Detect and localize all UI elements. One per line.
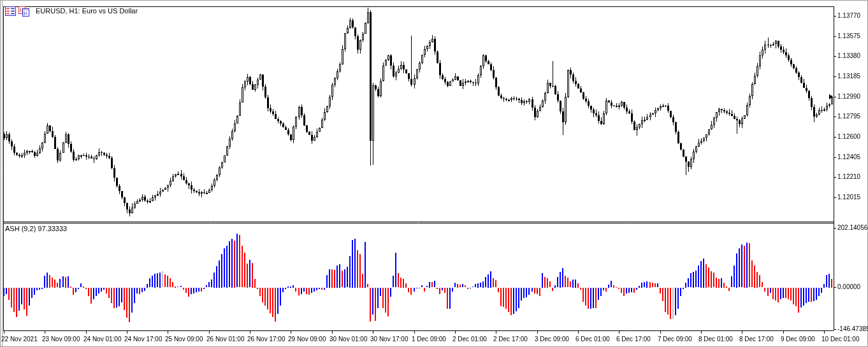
indicator-scale[interactable]: 202.140560.00000-146.47389: [834, 222, 868, 330]
time-tick-label: 1 Dec 09:00: [412, 336, 446, 343]
indicator-label: ASH (9,2) 97.33333: [5, 225, 67, 232]
time-tick-label: 26 Nov 17:00: [247, 336, 286, 343]
price-tick-label: 1.12990: [837, 93, 860, 100]
price-scale[interactable]: 1.137701.135751.133801.131851.129901.127…: [834, 0, 868, 222]
time-tick-label: 9 Dec 09:00: [781, 336, 815, 343]
time-tick-label: 2 Dec 17:00: [493, 336, 528, 343]
price-tick-label: 1.13575: [837, 32, 860, 39]
time-tick-label: 30 Nov 17:00: [370, 336, 409, 343]
time-tick-label: 6 Dec 01:00: [575, 336, 610, 343]
price-tick-label: 1.13380: [837, 52, 860, 59]
time-tick-label: 10 Dec 01:00: [821, 336, 860, 343]
price-tick-label: 1.13185: [837, 73, 860, 80]
time-tick-label: 7 Dec 09:00: [658, 336, 692, 343]
time-tick-label: 8 Dec 17:00: [739, 336, 774, 343]
price-tick-label: 1.12015: [837, 194, 860, 201]
time-tick-label: 29 Nov 09:00: [288, 336, 326, 343]
time-tick-label: 30 Nov 01:00: [329, 336, 368, 343]
ohlc-window-icon: [18, 6, 29, 16]
indicator-tick-label: 202.14056: [837, 224, 867, 231]
price-tick-label: 1.12405: [837, 153, 860, 160]
chart-title-row: EURUSD, H1: Euro vs US Dollar: [5, 5, 138, 17]
time-scale[interactable]: 22 Nov 202123 Nov 09:0024 Nov 01:0024 No…: [0, 330, 868, 347]
time-tick-label: 8 Dec 01:00: [698, 336, 733, 343]
price-tick-label: 1.12600: [837, 133, 860, 140]
time-tick-label: 6 Dec 17:00: [616, 336, 651, 343]
time-tick-label: 25 Nov 09:00: [165, 336, 203, 343]
time-tick-label: 22 Nov 2021: [1, 336, 38, 343]
time-tick-label: 24 Nov 01:00: [83, 336, 122, 343]
tick-list-icon: [5, 6, 16, 16]
price-tick-label: 1.12210: [837, 173, 860, 180]
price-tick-label: 1.12795: [837, 113, 860, 120]
chart-canvas[interactable]: [0, 0, 868, 347]
price-tick-label: 1.13770: [837, 12, 860, 19]
chart-title: EURUSD, H1: Euro vs US Dollar: [36, 7, 138, 15]
time-tick-label: 23 Nov 09:00: [42, 336, 80, 343]
indicator-tick-label: 0.00000: [837, 283, 860, 290]
time-tick-label: 26 Nov 01:00: [206, 336, 245, 343]
chart-window: EURUSD, H1: Euro vs US Dollar ASH (9,2) …: [0, 0, 868, 347]
time-tick-label: 3 Dec 09:00: [535, 336, 569, 343]
time-tick-label: 2 Dec 01:00: [452, 336, 487, 343]
time-tick-label: 24 Nov 17:00: [124, 336, 163, 343]
